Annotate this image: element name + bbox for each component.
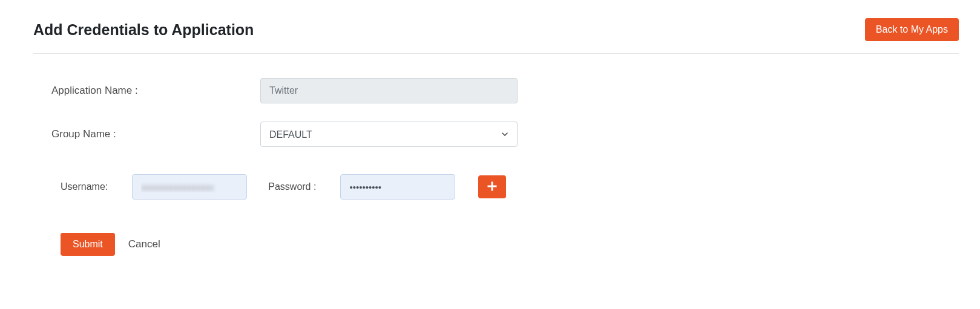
- username-input[interactable]: [132, 174, 247, 200]
- application-name-input: [260, 78, 518, 103]
- credentials-row: Username: Password :: [51, 174, 959, 200]
- back-to-apps-button[interactable]: Back to My Apps: [865, 18, 959, 41]
- group-name-select[interactable]: DEFAULT: [260, 122, 518, 147]
- form-actions: Submit Cancel: [51, 233, 959, 256]
- submit-button[interactable]: Submit: [61, 233, 115, 256]
- application-name-row: Application Name :: [51, 78, 959, 103]
- credentials-form: Application Name : Group Name : DEFAULT …: [33, 78, 959, 256]
- page-title: Add Credentials to Application: [33, 21, 254, 39]
- password-label: Password :: [268, 181, 316, 192]
- group-name-row: Group Name : DEFAULT: [51, 122, 959, 147]
- cancel-button[interactable]: Cancel: [128, 238, 160, 250]
- plus-icon: [487, 181, 498, 194]
- password-input[interactable]: [340, 174, 455, 200]
- group-name-label: Group Name :: [51, 128, 260, 140]
- page-header: Add Credentials to Application Back to M…: [33, 18, 959, 54]
- add-credential-button[interactable]: [478, 175, 506, 198]
- application-name-label: Application Name :: [51, 85, 260, 97]
- username-label: Username:: [61, 181, 108, 192]
